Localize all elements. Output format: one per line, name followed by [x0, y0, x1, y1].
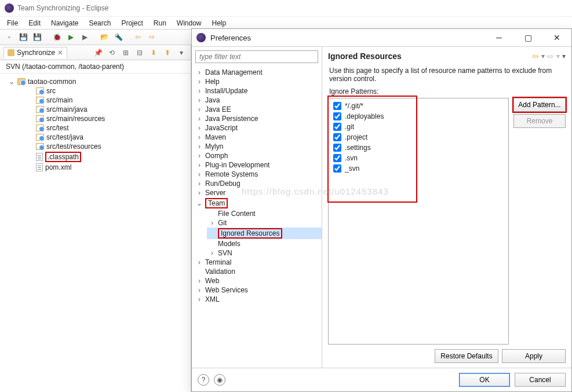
new-icon[interactable]: ▫ [3, 31, 15, 43]
pattern-checkbox[interactable] [333, 133, 341, 141]
chevron-right-icon[interactable]: › [195, 295, 203, 303]
pattern-item[interactable]: .svn [331, 153, 506, 163]
nav-back-icon[interactable]: ⇦ [532, 52, 539, 61]
import-export-icon[interactable]: ◉ [214, 374, 225, 386]
nav-item-maven[interactable]: ›Maven [194, 133, 322, 142]
pattern-item[interactable]: .deployables [331, 111, 506, 122]
tree-folder[interactable]: src/main/resources [25, 114, 188, 123]
pattern-item[interactable]: _svn [331, 163, 506, 174]
chevron-down-icon[interactable]: ⌄ [8, 78, 15, 86]
patterns-list[interactable]: https://blog.csdn.net/u012453843 */.git/… [328, 98, 509, 345]
nav-item-web[interactable]: ›Web [194, 276, 322, 285]
chevron-right-icon[interactable]: › [195, 78, 203, 86]
chevron-right-icon[interactable]: › [195, 68, 203, 76]
restore-defaults-button[interactable]: Restore Defaults [435, 349, 498, 363]
nav-item-javascript[interactable]: ›JavaScript [194, 123, 322, 133]
menu-edit[interactable]: Edit [24, 17, 45, 29]
close-icon[interactable]: ✕ [57, 49, 63, 57]
nav-item-java-persistence[interactable]: ›Java Persistence [194, 114, 322, 123]
nav-item-help[interactable]: ›Help [194, 77, 322, 86]
chevron-right-icon[interactable]: › [195, 96, 203, 104]
save-all-icon[interactable]: 💾 [31, 31, 43, 43]
pattern-item[interactable]: */.git/* [331, 101, 506, 111]
chevron-down-icon[interactable]: ⌄ [195, 199, 203, 207]
chevron-right-icon[interactable]: › [195, 152, 203, 160]
ext-tools-icon[interactable]: ▶ [79, 31, 90, 43]
pattern-item[interactable]: .project [331, 132, 506, 142]
chevron-right-icon[interactable]: › [195, 87, 203, 95]
close-button[interactable]: ✕ [545, 30, 569, 46]
chevron-right-icon[interactable]: › [195, 161, 203, 169]
collapse-icon[interactable]: ⊟ [134, 47, 145, 58]
nav-tree[interactable]: ›Data Management›Help›Install/Update›Jav… [192, 67, 322, 368]
nav-item-oomph[interactable]: ›Oomph [194, 151, 322, 160]
nav-item-remote-systems[interactable]: ›Remote Systems [194, 170, 322, 179]
nav-forward-icon[interactable]: ⇨ [547, 52, 554, 61]
nav-item-ignored-resources[interactable]: Ignored Resources [207, 228, 322, 239]
menu-icon[interactable]: ▾ [176, 47, 187, 58]
nav-item-java[interactable]: ›Java [194, 96, 322, 105]
pattern-item[interactable]: .settings [331, 142, 506, 153]
nav-item-file-content[interactable]: File Content [207, 209, 322, 218]
expand-icon[interactable]: ⊞ [120, 47, 132, 58]
chevron-right-icon[interactable]: › [195, 258, 203, 266]
chevron-right-icon[interactable]: › [208, 249, 216, 257]
pattern-checkbox[interactable] [333, 112, 341, 120]
back-icon[interactable]: ⇦ [132, 31, 144, 43]
nav-item-plug-in-development[interactable]: ›Plug-in Development [194, 160, 322, 170]
pattern-checkbox[interactable] [333, 154, 341, 162]
menu-window[interactable]: Window [172, 17, 206, 29]
nav-item-data-management[interactable]: ›Data Management [194, 68, 322, 77]
ok-button[interactable]: OK [459, 373, 510, 387]
menu-run[interactable]: Run [149, 17, 171, 29]
menu-search[interactable]: Search [84, 17, 115, 29]
nav-item-models[interactable]: Models [207, 239, 322, 248]
down-arrow-icon[interactable]: ⬇ [148, 47, 159, 58]
pattern-checkbox[interactable] [333, 123, 341, 131]
search-icon[interactable]: 🔦 [112, 31, 124, 43]
chevron-right-icon[interactable]: › [195, 142, 203, 151]
nav-item-xml[interactable]: ›XML [194, 295, 322, 304]
menu-help[interactable]: Help [207, 17, 231, 29]
nav-item-terminal[interactable]: ›Terminal [194, 258, 322, 267]
add-pattern-button[interactable]: Add Pattern... [513, 98, 566, 112]
remove-button[interactable]: Remove [513, 114, 566, 128]
chevron-right-icon[interactable]: › [195, 170, 203, 178]
nav-item-svn[interactable]: ›SVN [207, 248, 322, 258]
menu-project[interactable]: Project [116, 17, 147, 29]
tree-folder[interactable]: src [25, 86, 188, 96]
nav-item-mylyn[interactable]: ›Mylyn [194, 142, 322, 151]
dialog-titlebar[interactable]: Preferences ─ ▢ ✕ [192, 29, 571, 46]
menu-file[interactable]: File [2, 17, 23, 29]
save-icon[interactable]: 💾 [17, 31, 29, 43]
open-type-icon[interactable]: 📂 [99, 31, 110, 43]
pattern-checkbox[interactable] [333, 144, 341, 152]
chevron-right-icon[interactable]: › [195, 286, 203, 294]
tree-folder[interactable]: src/test/resources [25, 142, 188, 151]
tree-folder[interactable]: src/test/java [25, 133, 188, 142]
refresh-icon[interactable]: ⟲ [106, 47, 118, 58]
chevron-right-icon[interactable]: › [195, 277, 203, 285]
filter-input[interactable] [195, 50, 318, 63]
nav-item-run-debug[interactable]: ›Run/Debug [194, 179, 322, 188]
debug-icon[interactable]: 🐞 [51, 31, 63, 43]
up-arrow-icon[interactable]: ⬆ [162, 47, 173, 58]
pattern-checkbox[interactable] [333, 164, 341, 173]
nav-item-validation[interactable]: Validation [194, 267, 322, 276]
tree-file-classpath[interactable]: .classpath [25, 151, 188, 163]
tree-project[interactable]: ⌄ taotao-common [7, 77, 188, 86]
run-icon[interactable]: ▶ [65, 31, 76, 43]
chevron-right-icon[interactable]: › [208, 219, 216, 227]
nav-item-web-services[interactable]: ›Web Services [194, 285, 322, 295]
sync-tree[interactable]: ⌄ taotao-common src src/main src/main/ja… [0, 74, 191, 392]
nav-item-install-update[interactable]: ›Install/Update [194, 86, 322, 96]
tree-folder[interactable]: src/main/java [25, 105, 188, 114]
menu-navigate[interactable]: Navigate [46, 17, 83, 29]
view-menu-icon[interactable]: ▾ [562, 52, 566, 60]
tree-folder[interactable]: src/main [25, 96, 188, 105]
pattern-checkbox[interactable] [333, 102, 341, 110]
chevron-right-icon[interactable]: › [195, 189, 203, 197]
cancel-button[interactable]: Cancel [515, 373, 566, 387]
forward-icon[interactable]: ⇨ [146, 31, 158, 43]
chevron-right-icon[interactable]: › [195, 179, 203, 188]
